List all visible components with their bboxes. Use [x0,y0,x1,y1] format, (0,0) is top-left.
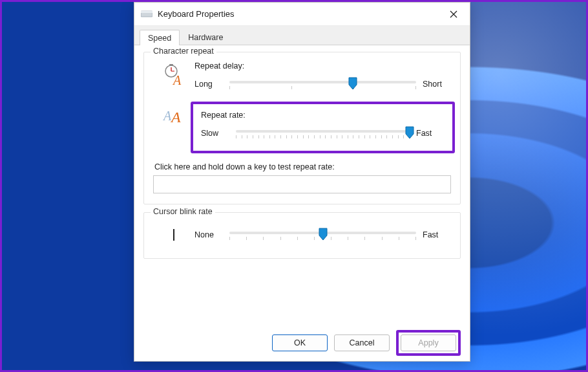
repeat-rate-left: Slow [201,129,229,138]
group-character-repeat: Character repeat A Repeat delay: Long [143,52,461,204]
test-area: Click here and hold down a key to test r… [153,162,451,193]
cursor-blink-thumb[interactable] [319,228,328,241]
repeat-delay-label: Repeat delay: [194,61,451,71]
keyboard-icon [141,10,152,19]
cursor-blink-slider[interactable] [229,226,416,243]
repeat-delay-icon: A [153,61,194,86]
cancel-button[interactable]: Cancel [334,334,390,351]
repeat-rate-label: Repeat rate: [201,111,445,120]
repeat-delay-right: Short [423,80,451,89]
close-icon [450,10,457,18]
repeat-delay-slider[interactable] [229,76,416,93]
svg-text:A: A [162,109,172,123]
apply-button-highlight: Apply [396,330,461,356]
group-cursor-blink: Cursor blink rate None [143,212,461,259]
tab-bar: Speed Hardware [134,26,470,45]
dialog-content: Character repeat A Repeat delay: Long [134,45,470,325]
tab-speed[interactable]: Speed [140,30,180,45]
repeat-rate-row: A A Repeat rate: Slow [153,102,451,153]
tab-hardware[interactable]: Hardware [180,29,231,45]
group-title-char-repeat: Character repeat [151,47,216,56]
keyboard-properties-dialog: Keyboard Properties Speed Hardware Chara… [134,2,470,362]
svg-text:A: A [170,109,181,126]
repeat-delay-row: A Repeat delay: Long Sh [153,61,451,93]
cursor-blink-right: Fast [423,230,451,239]
repeat-rate-right: Fast [416,129,445,138]
button-bar: OK Cancel Apply [134,325,470,361]
group-title-cursor-blink: Cursor blink rate [151,207,215,216]
test-repeat-label: Click here and hold down a key to test r… [154,162,451,171]
repeat-rate-thumb[interactable] [405,126,414,139]
cursor-blink-preview [153,222,194,248]
test-repeat-input[interactable] [153,175,451,193]
window-title: Keyboard Properties [158,9,235,19]
repeat-rate-highlight: Repeat rate: Slow [191,102,455,153]
ok-button[interactable]: OK [272,334,328,351]
titlebar: Keyboard Properties [134,3,470,26]
close-button[interactable] [443,5,465,23]
cursor-blink-left: None [194,230,223,239]
repeat-delay-left: Long [194,80,223,89]
repeat-rate-slider[interactable] [236,125,410,142]
caret-icon [173,229,174,241]
repeat-rate-icon: A A [153,102,194,126]
svg-text:A: A [172,73,182,86]
svg-rect-1 [141,11,152,13]
svg-rect-3 [169,64,173,66]
apply-button[interactable]: Apply [401,334,456,351]
repeat-delay-thumb[interactable] [348,77,357,90]
